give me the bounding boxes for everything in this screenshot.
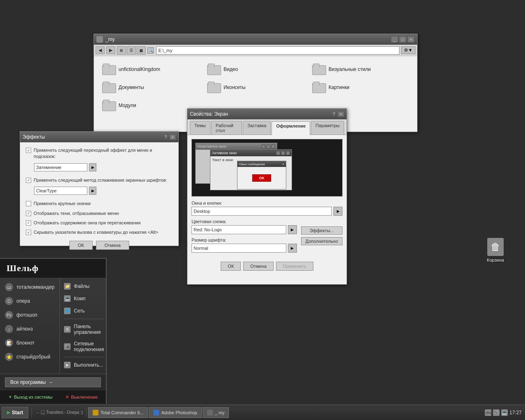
shelf-item-photoshop[interactable]: Ps фотошоп [0, 308, 59, 322]
prev-inactive-min: ↓ [261, 144, 265, 148]
tc-view-btn-1[interactable]: ⊞ [117, 46, 126, 55]
eff-dropdown-2[interactable]: ClearType [34, 187, 87, 195]
tc-close-button[interactable]: × [407, 36, 415, 43]
folder-item[interactable]: Документы [98, 78, 203, 96]
shelf-network-item[interactable]: 🌐 Сеть [60, 305, 108, 317]
folder-item[interactable]: Иконсеты [203, 78, 308, 96]
folder-item[interactable]: Видео [203, 60, 308, 78]
shelf-item-totalcmd[interactable]: 🗂 тоталкоммандер [0, 280, 59, 294]
shelf-network-icon: 🌐 [64, 308, 71, 314]
dp-titlebar[interactable]: Свойства: Экран ? × [187, 109, 347, 119]
dp-color-scheme-select[interactable]: Red: No-Logo [192, 225, 286, 234]
shelf-item-opera[interactable]: O опера [0, 294, 59, 308]
eff-checkbox-3[interactable] [26, 201, 31, 206]
dp-cancel-button[interactable]: Отмена [243, 262, 273, 271]
tc-settings-button[interactable]: ⚙▼ [401, 46, 415, 54]
tc-view-btn-2[interactable]: ☰ [127, 46, 136, 55]
eff-option-1-label: Применять следующий переходный эффект дл… [34, 147, 173, 160]
dp-tab-screensaver[interactable]: Заставка [243, 121, 271, 135]
folder-item[interactable]: Визуальные стили [308, 60, 413, 78]
dp-ok-button[interactable]: ОК [221, 262, 241, 271]
tc-maximize-button[interactable]: □ [399, 36, 406, 43]
taskbar-clock: 17:27 [509, 410, 522, 415]
tc-view-btn-3[interactable]: ▦ [137, 46, 146, 55]
eff-option-2-row: Применять следующий метод сглаживания эк… [26, 177, 173, 183]
eff-option-3-row: Применять крупные значки [26, 201, 173, 207]
tc-minimize-button[interactable]: _ [391, 36, 398, 43]
shelf-item-old[interactable]: ⭐ старыйдобрый [0, 350, 59, 364]
eff-cancel-button[interactable]: Отмена [96, 241, 129, 250]
tc-titlebar[interactable]: _my _ □ × [94, 34, 417, 45]
dp-color-scheme-arrow[interactable]: ▶ [288, 225, 297, 234]
shelf-opera-icon: O [5, 297, 13, 305]
shelf-shutdown-button[interactable]: ✕ Выключение [62, 393, 101, 401]
shelf-control-panel-item[interactable]: ⚙ Панель управления [60, 321, 108, 338]
dp-advanced-button[interactable]: Дополнительно [301, 237, 342, 245]
dp-close-button[interactable]: × [338, 111, 344, 117]
eff-controls: ? × [164, 134, 176, 140]
prev-msgbox-close: × [282, 162, 284, 166]
eff-titlebar[interactable]: Эффекты ? × [20, 132, 178, 142]
taskbar-tray: ◁◁ 🔊 💻 [485, 409, 508, 416]
prev-ok-button[interactable]: ОК [252, 174, 272, 182]
dp-help-button[interactable]: ? [333, 112, 335, 116]
shelf-run-item[interactable]: ▶ Выполнить... [60, 359, 108, 371]
start-button[interactable]: ▶ Start [2, 407, 28, 418]
eff-checkbox-4[interactable] [26, 211, 31, 216]
taskbar-item-photoshop[interactable]: Adobe Photoshop [149, 407, 201, 418]
tray-icon-volume[interactable]: 🔊 [493, 409, 500, 416]
eff-dropdown-1[interactable]: Затемнение [34, 163, 87, 171]
shelf-item-itunes[interactable]: ♪ айтюнз [0, 322, 59, 336]
dp-tab-themes[interactable]: Темы [190, 121, 210, 135]
shelf-shutdown-label: Выключение [71, 395, 98, 399]
taskbar-item-totalcmd[interactable]: Total Commander 6... [88, 407, 148, 418]
shelf-item-notepad[interactable]: 📝 блокнот [0, 336, 59, 350]
dp-font-size-arrow[interactable]: ▶ [288, 244, 297, 253]
eff-help-button[interactable]: ? [164, 135, 167, 139]
eff-dropdown-2-arrow[interactable]: ▶ [89, 187, 96, 195]
eff-checkbox-2[interactable] [26, 178, 31, 183]
dp-tab-appearance[interactable]: Оформление [272, 121, 310, 135]
folder-item[interactable]: unfictionalKingdom [98, 60, 203, 78]
tray-icon-network[interactable]: 💻 [501, 409, 508, 416]
shelf-photoshop-icon: Ps [5, 311, 13, 319]
dp-effects-button[interactable]: Эффекты... [301, 226, 342, 235]
eff-dropdown-1-arrow[interactable]: ▶ [89, 163, 96, 171]
folder-label: Картинки [329, 84, 349, 90]
shelf-logout-button[interactable]: ✦ Выход из системы [5, 393, 56, 401]
dp-windows-buttons-select[interactable]: Desktop [192, 207, 332, 216]
tc-address-text: E:\_my [158, 48, 172, 53]
recycle-bin-icon[interactable]: 🗑 Корзина [482, 238, 509, 262]
tc-address-bar[interactable]: E:\_my [156, 46, 399, 55]
folder-item[interactable]: Картинки [308, 78, 413, 96]
dp-tab-settings[interactable]: Параметры [311, 121, 344, 135]
taskbar-photoshop-label: Adobe Photoshop [161, 410, 197, 415]
tc-forward-button[interactable]: ▶ [106, 46, 115, 54]
prev-msgbox-content: ОК [237, 167, 286, 189]
eff-option-5-row: Отображать содержимое окна при перетаски… [26, 220, 173, 226]
shelf-logout-label: Выход из системы [14, 395, 52, 399]
eff-bottom-buttons: ОК Отмена [26, 241, 173, 250]
shelf-network-connections-item[interactable]: 🔌 Сетевые подключения [60, 338, 108, 355]
shelf-comp-icon: 💻 [64, 295, 71, 302]
shelf-comp-label: Комп [74, 296, 85, 301]
shelf-comp-item[interactable]: 💻 Комп [60, 292, 108, 305]
dp-font-size-select[interactable]: Normal [192, 244, 286, 253]
eff-checkbox-6[interactable] [26, 230, 31, 235]
shelf-all-programs-button[interactable]: Все программы → [5, 377, 101, 387]
taskbar-totalcmd-label: Total Commander 6... [100, 410, 144, 415]
eff-close-button[interactable]: × [169, 134, 176, 140]
eff-ok-button[interactable]: ОК [69, 241, 93, 250]
eff-checkbox-5[interactable] [26, 220, 31, 226]
shelf-footer: ✦ Выход из системы ✕ Выключение [0, 390, 106, 404]
eff-option-5-label: Отображать содержимое окна при перетаски… [34, 220, 141, 226]
dp-windows-buttons-arrow[interactable]: ▶ [333, 207, 342, 216]
taskbar-item-my[interactable]: _ my [203, 407, 229, 418]
eff-checkbox-1[interactable] [26, 148, 31, 153]
shelf-files-item[interactable]: 📁 Файлы [60, 280, 108, 292]
dp-tab-desktop[interactable]: Рабочий стол [211, 121, 242, 135]
tc-back-button[interactable]: ◀ [96, 46, 105, 54]
dp-apply-button[interactable]: Применить [276, 262, 313, 271]
eff-dropdown-2-row: ClearType ▶ [34, 187, 173, 195]
shelf-divider [64, 319, 104, 319]
